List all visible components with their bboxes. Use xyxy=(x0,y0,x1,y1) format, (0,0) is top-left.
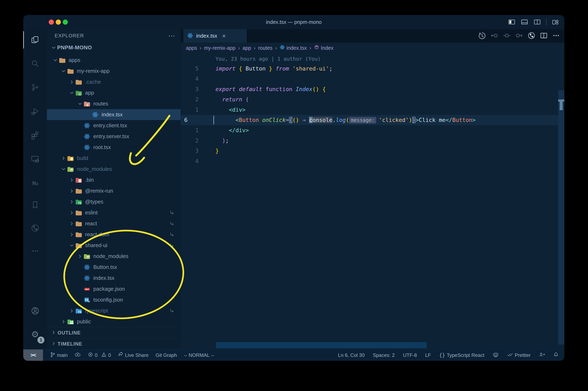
status-ln-6-col-30[interactable]: Ln 6, Col 30 xyxy=(338,352,365,358)
code-line[interactable]: 3} xyxy=(181,146,564,156)
chevron-down-icon[interactable] xyxy=(68,242,75,249)
tree-item-react-dom[interactable]: react-dom xyxy=(47,229,181,240)
tree-item-entry.client.tsx[interactable]: entry.client.tsx xyxy=(47,120,181,131)
tree-item-index.tsx[interactable]: index.tsx xyxy=(47,273,181,284)
more-views-icon[interactable] xyxy=(23,241,47,261)
remote-indicator[interactable]: >< xyxy=(23,349,43,361)
chevron-down-icon[interactable] xyxy=(52,57,59,64)
chevron-down-icon[interactable] xyxy=(60,166,67,173)
tree-item-app[interactable]: ⚙app xyxy=(47,87,181,98)
git-graph-icon[interactable] xyxy=(23,218,47,238)
status-git-graph[interactable]: Git Graph xyxy=(156,352,177,358)
chevron-right-icon[interactable] xyxy=(60,155,67,162)
layout-custom-icon[interactable] xyxy=(552,19,559,26)
tree-item-routes[interactable]: routes xyxy=(47,98,181,109)
code-line-current[interactable]: 6 <Button onClick={() ⇒ console.log(mess… xyxy=(181,115,564,125)
change-icon[interactable] xyxy=(503,32,511,40)
search-icon[interactable] xyxy=(23,53,47,74)
chevron-down-icon[interactable] xyxy=(68,90,75,97)
chevron-right-icon[interactable] xyxy=(68,177,75,184)
code-line[interactable]: 5import { Button } from 'shared-ui'; xyxy=(181,64,564,74)
tree-item-index.tsx[interactable]: index.tsx xyxy=(47,109,181,120)
horizontal-scrollbar[interactable] xyxy=(216,342,427,348)
tree-item-apps[interactable]: apps xyxy=(47,55,181,66)
status-normal[interactable]: -- NORMAL -- xyxy=(184,352,214,358)
history-icon[interactable] xyxy=(478,32,486,40)
bookmarks-icon[interactable] xyxy=(23,195,47,215)
breadcrumb-item-routes[interactable]: routes xyxy=(258,45,272,51)
tree-item--remix-run[interactable]: @remix-run xyxy=(47,186,181,196)
workspace-root-row[interactable]: PNPM-MONO xyxy=(47,42,181,53)
status-utf-8[interactable]: UTF-8 xyxy=(403,352,417,358)
close-tab-icon[interactable]: × xyxy=(222,32,226,39)
chevron-right-icon[interactable] xyxy=(68,209,75,216)
layout-panel-icon[interactable] xyxy=(521,19,529,26)
prev-change-icon[interactable] xyxy=(490,32,498,40)
section-outline[interactable]: OUTLINE xyxy=(47,327,181,338)
chevron-right-icon[interactable] xyxy=(60,318,67,325)
code-line[interactable]: 4 xyxy=(181,156,564,166)
breadcrumb-item-apps[interactable]: apps xyxy=(186,45,197,51)
breadcrumb-item-my-remix-app[interactable]: my-remix-app xyxy=(204,45,236,51)
tree-item-node-modules[interactable]: JSnode_modules xyxy=(47,251,181,262)
status-lf[interactable]: LF xyxy=(425,352,431,358)
tree-item-tsconfig.json[interactable]: TS⚙tsconfig.json xyxy=(47,294,181,305)
status-prettier[interactable]: Prettier xyxy=(507,352,531,359)
layout-sidebar-icon[interactable] xyxy=(508,19,516,26)
chevron-right-icon[interactable] xyxy=(68,307,75,314)
tree-item-node-modules[interactable]: JSnode_modules xyxy=(47,164,181,175)
commit-icon[interactable] xyxy=(527,32,536,40)
breadcrumb-item-index.tsx[interactable]: index.tsx xyxy=(280,45,307,51)
nx-console-icon[interactable]: N≥ xyxy=(23,173,47,193)
tree-item-.cache[interactable]: .cache xyxy=(47,77,181,87)
chevron-down-icon[interactable] xyxy=(60,68,67,75)
status-cloud[interactable] xyxy=(75,352,81,359)
tree-item-package.json[interactable]: npmpackage.json xyxy=(47,284,181,294)
tree-item-root.tsx[interactable]: root.tsx xyxy=(47,142,181,153)
code-line[interactable]: 2 return ( xyxy=(181,94,564,105)
code-line[interactable]: 3export default function Index() { xyxy=(181,84,564,94)
status-0[interactable]: 00 xyxy=(88,352,111,359)
tree-item--types[interactable]: TS@types xyxy=(47,196,181,207)
chevron-right-icon[interactable] xyxy=(68,188,75,195)
tree-item-react[interactable]: react xyxy=(47,218,181,229)
tree-item-my-remix-app[interactable]: my-remix-app xyxy=(47,66,181,77)
split-icon[interactable] xyxy=(540,32,548,40)
tree-item-shared-ui[interactable]: shared-ui xyxy=(47,240,181,251)
code-line[interactable]: 1 </div> xyxy=(181,125,564,135)
more-actions-icon[interactable]: ⋯ xyxy=(168,34,175,38)
settings-icon[interactable]: ⚙1 xyxy=(23,324,47,345)
extensions-icon[interactable] xyxy=(23,125,47,146)
chevron-right-icon[interactable] xyxy=(68,231,75,238)
breadcrumb-item-app[interactable]: app xyxy=(243,45,251,51)
status-person-go[interactable] xyxy=(539,352,545,359)
next-change-icon[interactable] xyxy=(515,32,523,40)
status-bell[interactable] xyxy=(553,352,559,359)
accounts-icon[interactable] xyxy=(23,300,47,321)
chevron-down-icon[interactable] xyxy=(77,100,84,107)
tab-index-tsx[interactable]: index.tsx × xyxy=(183,29,247,43)
remote-explorer-icon[interactable] xyxy=(23,149,47,169)
breadcrumb-item-Index[interactable]: Index xyxy=(314,45,333,51)
status-typescript-react[interactable]: {}TypeScript React xyxy=(439,352,484,358)
run-debug-icon[interactable] xyxy=(23,101,47,122)
chevron-right-icon[interactable] xyxy=(77,253,84,260)
tree-item-typescript[interactable]: TStypescript xyxy=(47,305,181,316)
chevron-right-icon[interactable] xyxy=(68,79,75,86)
tree-item-Button.tsx[interactable]: Button.tsx xyxy=(47,262,181,273)
status-main[interactable]: main xyxy=(50,352,68,359)
source-control-icon[interactable] xyxy=(23,77,47,98)
code-line[interactable]: 1 <div> xyxy=(181,105,564,115)
chevron-right-icon[interactable] xyxy=(68,220,75,227)
tree-item-.bin[interactable]: 0110.bin xyxy=(47,175,181,186)
section-timeline[interactable]: TIMELINE xyxy=(47,338,181,349)
chevron-right-icon[interactable] xyxy=(68,198,75,205)
tree-item-public[interactable]: public xyxy=(47,316,181,327)
tree-item-eslint[interactable]: eslint xyxy=(47,207,181,218)
code-line[interactable]: 2 ); xyxy=(181,135,564,146)
explorer-icon[interactable] xyxy=(23,30,47,50)
status-copilot[interactable] xyxy=(492,352,499,359)
status-live-share[interactable]: Live Share xyxy=(118,352,149,359)
more-icon[interactable] xyxy=(552,32,560,40)
vertical-scrollbar[interactable] xyxy=(558,90,564,345)
